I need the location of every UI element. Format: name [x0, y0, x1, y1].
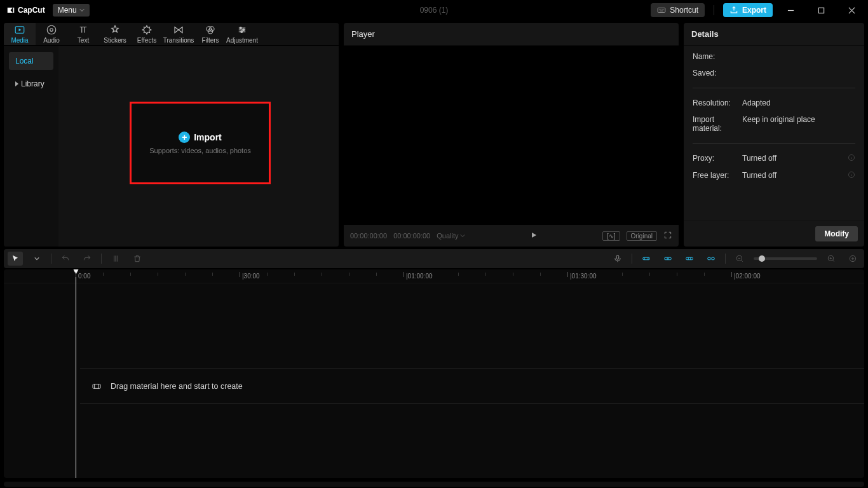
play-icon — [529, 231, 538, 240]
track-icon — [642, 254, 651, 263]
voiceover-button[interactable] — [610, 252, 625, 266]
trash-icon — [133, 254, 142, 263]
ruler-tick: |02:00:00 — [731, 269, 761, 283]
player-ratio-chip[interactable]: [∿] — [602, 231, 620, 241]
media-pane: Media Audio Text Stickers Effects Transi… — [4, 23, 339, 247]
player-original-chip[interactable]: Original — [627, 231, 657, 241]
undo-button[interactable] — [58, 252, 73, 266]
redo-button[interactable] — [79, 252, 95, 266]
details-key: Name: — [693, 52, 737, 61]
player-quality-dropdown[interactable]: Quality — [437, 232, 465, 240]
info-icon[interactable] — [848, 171, 855, 180]
delete-button[interactable] — [130, 252, 145, 266]
cursor-tool-button[interactable] — [8, 252, 23, 266]
svg-rect-19 — [708, 257, 711, 260]
player-stage[interactable] — [344, 46, 679, 225]
track-toggle-3[interactable] — [682, 252, 697, 266]
menu-button[interactable]: Menu — [53, 4, 90, 17]
ruler-subtick — [322, 273, 322, 276]
tab-media[interactable]: Media — [4, 23, 36, 45]
effects-icon — [141, 24, 153, 36]
sidebar-item-local[interactable]: Local — [9, 52, 53, 70]
tab-stickers[interactable]: Stickers — [99, 23, 131, 45]
player-fullscreen-button[interactable] — [663, 231, 672, 241]
shortcut-label: Shortcut — [670, 6, 698, 15]
track-icon — [663, 254, 672, 263]
track-toggle-1[interactable] — [639, 252, 654, 266]
details-value: Adapted — [742, 98, 855, 107]
svg-point-5 — [50, 29, 53, 32]
cursor-tool-dropdown[interactable] — [29, 252, 44, 266]
import-row: + Import — [179, 132, 222, 143]
title-bar-right: Shortcut Export — [651, 2, 864, 18]
zoom-slider[interactable] — [754, 257, 817, 260]
ruler-subtick — [540, 273, 541, 276]
svg-rect-20 — [712, 257, 715, 260]
svg-rect-2 — [818, 8, 824, 13]
text-icon — [78, 24, 89, 36]
ruler-tick-label: |02:00:00 — [734, 273, 761, 280]
media-drop-area[interactable]: + Import Supports: videos, audios, photo… — [58, 46, 339, 247]
window-maximize-button[interactable] — [808, 2, 834, 18]
player-header: Player — [344, 23, 679, 46]
export-button[interactable]: Export — [723, 3, 773, 17]
timeline-drop-hint-label: Drag material here and start to create — [111, 382, 243, 391]
tab-filters[interactable]: Filters — [194, 23, 226, 45]
ruler-subtick — [431, 273, 431, 276]
window-minimize-button[interactable] — [778, 2, 803, 18]
tab-transitions[interactable]: Transitions — [163, 23, 194, 45]
ruler-subtick — [485, 273, 486, 276]
ruler-subtick — [158, 273, 158, 276]
shortcut-button[interactable]: Shortcut — [651, 3, 705, 17]
details-value — [742, 69, 855, 78]
divider — [101, 254, 102, 264]
track-toggle-4[interactable] — [703, 252, 719, 266]
timeline[interactable]: 0:00|30:00|01:00:00|01:30:00|02:00:00 Dr… — [4, 269, 864, 478]
tab-text[interactable]: Text — [67, 23, 99, 45]
ruler-tick: 0:00 — [76, 269, 90, 283]
svg-point-10 — [243, 29, 245, 31]
tab-audio[interactable]: Audio — [36, 23, 67, 45]
chevron-down-icon — [79, 8, 85, 13]
plus-icon: + — [179, 132, 190, 143]
ruler-subtick — [212, 273, 213, 276]
project-name: 0906 (1) — [420, 6, 449, 15]
timeline-tracks[interactable]: Drag material here and start to create — [4, 283, 864, 478]
bottom-scrollbar[interactable] — [4, 482, 864, 487]
import-box[interactable]: + Import Supports: videos, audios, photo… — [130, 102, 271, 184]
fullscreen-icon — [663, 231, 672, 240]
sidebar-item-label: Local — [15, 57, 34, 65]
svg-point-17 — [667, 258, 668, 259]
main-panes: Media Audio Text Stickers Effects Transi… — [0, 20, 868, 249]
zoom-slider-knob[interactable] — [759, 255, 765, 262]
details-value: Turned off — [742, 154, 843, 163]
details-row-freelayer: Free layer:Turned off — [693, 171, 855, 180]
split-button[interactable] — [108, 252, 123, 266]
details-key: Resolution: — [693, 98, 737, 107]
close-icon — [848, 7, 855, 14]
window-close-button[interactable] — [839, 2, 864, 18]
timeline-ruler[interactable]: 0:00|30:00|01:00:00|01:30:00|02:00:00 — [4, 269, 864, 283]
zoom-out-button[interactable] — [732, 252, 747, 266]
tab-adjustment[interactable]: Adjustment — [226, 23, 258, 45]
player-play-button[interactable] — [529, 231, 538, 241]
zoom-in-button[interactable] — [824, 252, 839, 266]
microphone-icon — [613, 254, 622, 263]
app-name: CapCut — [18, 6, 45, 15]
divider — [714, 5, 714, 15]
zoom-in-icon — [827, 254, 836, 263]
divider — [693, 143, 855, 144]
timeline-drop-hint: Drag material here and start to create — [80, 369, 864, 403]
details-pane: Details Name: Saved: Resolution:Adapted … — [684, 23, 864, 247]
zoom-fit-button[interactable] — [845, 252, 860, 266]
ruler-tick: |30:00 — [240, 269, 260, 283]
info-icon[interactable] — [848, 154, 855, 163]
svg-point-4 — [47, 25, 56, 34]
sidebar-item-library[interactable]: Library — [9, 75, 53, 93]
track-icon — [707, 254, 715, 263]
modify-button[interactable]: Modify — [815, 226, 858, 241]
details-body: Name: Saved: Resolution:Adapted Import m… — [684, 46, 864, 220]
track-toggle-2[interactable] — [660, 252, 675, 266]
tab-effects[interactable]: Effects — [131, 23, 163, 45]
player-current-time: 00:00:00:00 — [350, 232, 387, 240]
